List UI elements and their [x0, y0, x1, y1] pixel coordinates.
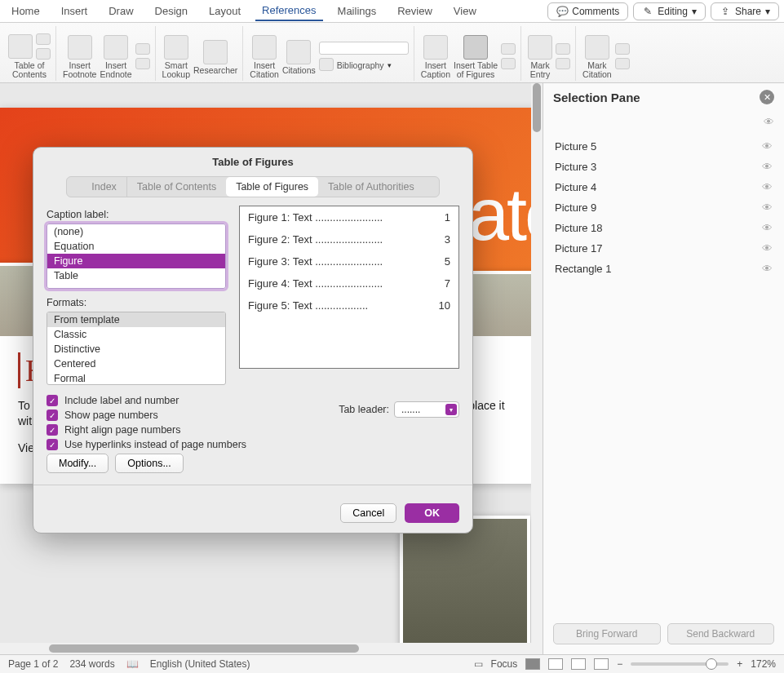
- eye-icon[interactable]: 👁: [762, 201, 773, 214]
- word-count[interactable]: 234 words: [69, 658, 114, 670]
- insert-index-icon[interactable]: [556, 43, 570, 55]
- tab-tof[interactable]: Table of Figures: [226, 177, 318, 197]
- eye-icon[interactable]: 👁: [762, 161, 773, 173]
- caption-label-listbox[interactable]: (none) Equation Figure Table: [47, 224, 226, 289]
- share-button[interactable]: ⇪Share▾: [711, 2, 779, 20]
- eye-icon[interactable]: 👁: [762, 222, 773, 234]
- selection-item[interactable]: Picture 17👁: [553, 238, 774, 259]
- checkbox-right-align[interactable]: ✓: [47, 424, 58, 436]
- tab-toa[interactable]: Table of Authorities: [318, 177, 424, 197]
- insert-caption-icon[interactable]: [423, 35, 448, 60]
- vertical-scrollbar[interactable]: [531, 83, 543, 654]
- bibliography-icon[interactable]: [319, 58, 334, 71]
- close-icon[interactable]: ✕: [760, 90, 774, 104]
- eye-icon[interactable]: 👁: [762, 263, 773, 275]
- draft-view-icon[interactable]: [594, 658, 609, 670]
- zoom-in-icon[interactable]: +: [737, 658, 742, 670]
- insert-endnote-icon[interactable]: [104, 35, 128, 60]
- tab-leader-select[interactable]: .......▾: [394, 401, 459, 418]
- update-toa-icon[interactable]: [615, 58, 630, 69]
- cancel-button[interactable]: Cancel: [340, 503, 396, 523]
- tab-view[interactable]: View: [447, 2, 483, 20]
- update-toc-icon[interactable]: [36, 48, 51, 60]
- ok-button[interactable]: OK: [405, 503, 459, 523]
- eye-icon[interactable]: 👁: [762, 140, 773, 153]
- preview-line: Figure 3: Text .......................5: [248, 255, 450, 268]
- options-button[interactable]: Options...: [115, 454, 184, 473]
- update-tof-icon[interactable]: [501, 43, 516, 55]
- picture-placeholder[interactable]: [400, 516, 530, 654]
- mark-entry-icon[interactable]: [528, 35, 552, 60]
- scrollbar-thumb[interactable]: [49, 644, 359, 653]
- modify-button[interactable]: Modify...: [47, 454, 109, 473]
- researcher-icon[interactable]: [203, 40, 228, 64]
- list-item[interactable]: Classic: [47, 327, 225, 342]
- spellcheck-icon[interactable]: 📖: [126, 658, 139, 670]
- group-toc[interactable]: Table of Contents: [3, 26, 56, 81]
- smart-lookup-icon[interactable]: [164, 35, 188, 60]
- list-item[interactable]: Equation: [47, 239, 225, 254]
- tab-layout[interactable]: Layout: [202, 2, 247, 20]
- formats-listbox[interactable]: From template Classic Distinctive Center…: [47, 312, 226, 385]
- list-item[interactable]: Distinctive: [47, 342, 225, 356]
- send-backward-button[interactable]: Send Backward: [667, 623, 775, 644]
- checkbox-show-pages[interactable]: ✓: [47, 410, 58, 421]
- list-item[interactable]: Figure: [47, 254, 225, 268]
- citations-icon[interactable]: [286, 40, 311, 64]
- insert-tof-icon[interactable]: [463, 35, 488, 60]
- insert-toa-icon[interactable]: [615, 43, 630, 55]
- focus-icon[interactable]: ▭: [474, 658, 483, 670]
- add-text-icon[interactable]: [36, 33, 51, 45]
- page-indicator[interactable]: Page 1 of 2: [8, 658, 58, 670]
- horizontal-scrollbar[interactable]: [0, 643, 543, 654]
- style-dropdown[interactable]: [319, 42, 409, 55]
- selection-item[interactable]: Rectangle 1👁: [553, 259, 774, 279]
- tab-home[interactable]: Home: [5, 2, 47, 20]
- list-item[interactable]: (none): [47, 224, 225, 239]
- list-item[interactable]: Centered: [47, 356, 225, 371]
- selection-item[interactable]: Picture 4👁: [553, 177, 774, 197]
- selection-item[interactable]: Picture 18👁: [553, 218, 774, 238]
- selection-item[interactable]: Picture 9👁: [553, 197, 774, 218]
- list-item[interactable]: Table: [47, 268, 225, 283]
- chevron-down-icon: ▾: [692, 6, 697, 17]
- checkbox-hyperlinks[interactable]: ✓: [47, 439, 58, 450]
- tab-index[interactable]: Index: [82, 177, 126, 197]
- zoom-level[interactable]: 172%: [751, 658, 776, 670]
- outline-view-icon[interactable]: [571, 658, 586, 670]
- list-item[interactable]: Formal: [47, 371, 225, 385]
- tab-review[interactable]: Review: [391, 2, 439, 20]
- tab-design[interactable]: Design: [148, 2, 194, 20]
- show-all-icon[interactable]: 👁: [764, 116, 774, 128]
- update-index-icon[interactable]: [556, 58, 570, 69]
- language-indicator[interactable]: English (United States): [150, 658, 250, 670]
- selection-pane: Selection Pane ✕ 👁 Picture 5👁 Picture 3👁…: [543, 83, 784, 654]
- zoom-out-icon[interactable]: −: [617, 658, 622, 670]
- comments-button[interactable]: 💬Comments: [547, 2, 628, 20]
- insert-footnote-icon[interactable]: [68, 35, 92, 60]
- cross-ref-icon[interactable]: [501, 58, 516, 69]
- bring-forward-button[interactable]: Bring Forward: [553, 623, 661, 644]
- focus-label[interactable]: Focus: [491, 658, 518, 670]
- tab-references[interactable]: References: [255, 1, 322, 21]
- tab-toc[interactable]: Table of Contents: [126, 177, 226, 197]
- print-layout-view-icon[interactable]: [525, 658, 540, 670]
- web-layout-view-icon[interactable]: [548, 658, 563, 670]
- eye-icon[interactable]: 👁: [762, 242, 773, 255]
- zoom-thumb[interactable]: [706, 658, 717, 670]
- zoom-slider[interactable]: [631, 662, 729, 666]
- next-footnote-icon[interactable]: [135, 43, 150, 55]
- tab-insert[interactable]: Insert: [55, 2, 95, 20]
- selection-item[interactable]: Picture 3👁: [553, 157, 774, 177]
- list-item[interactable]: From template: [47, 312, 225, 327]
- tab-draw[interactable]: Draw: [102, 2, 140, 20]
- selection-item[interactable]: Picture 5👁: [553, 136, 774, 157]
- mark-citation-icon[interactable]: [585, 35, 609, 60]
- show-notes-icon[interactable]: [135, 58, 150, 69]
- checkbox-include-label[interactable]: ✓: [47, 395, 58, 406]
- insert-citation-icon[interactable]: [252, 35, 277, 60]
- eye-icon[interactable]: 👁: [762, 181, 773, 193]
- tab-mailings[interactable]: Mailings: [331, 2, 383, 20]
- scrollbar-thumb[interactable]: [533, 83, 541, 132]
- editing-button[interactable]: ✎Editing▾: [633, 2, 706, 20]
